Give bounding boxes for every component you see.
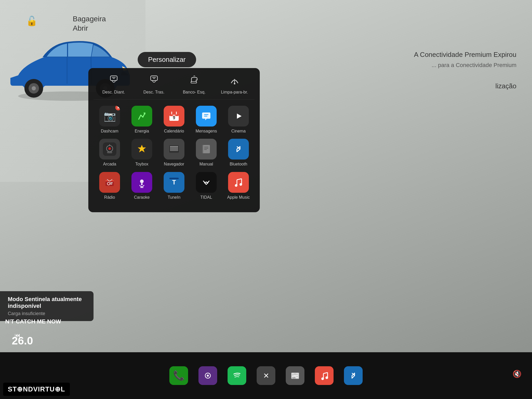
radio-label: Rádio [104, 195, 115, 200]
manual-icon [196, 139, 217, 159]
taskbar-spotify[interactable] [228, 366, 246, 385]
bluetooth-icon [228, 139, 249, 159]
taskbar-camera[interactable] [198, 366, 217, 385]
manual-label: Manual [200, 162, 213, 167]
taskbar-phone[interactable]: 📞 [169, 366, 188, 385]
app-dashcam[interactable]: 📷 ✕ Dashcam [96, 106, 124, 134]
app-calendario[interactable]: ▬ 9 Calendário [160, 106, 188, 134]
cinema-icon [228, 106, 249, 127]
svg-rect-84 [348, 370, 359, 381]
taskbar-news[interactable]: 📰 [286, 366, 304, 385]
radio-icon [99, 172, 120, 193]
svg-rect-66 [169, 178, 179, 179]
calendario-label: Calendário [164, 129, 184, 134]
svg-point-5 [32, 86, 36, 90]
calendario-icon: ▬ 9 [164, 106, 184, 127]
tidal-icon [196, 172, 217, 193]
svg-rect-53 [110, 182, 113, 183]
app-grid-overlay: Desc. Diant. Desc. Tras. Ba [88, 68, 260, 212]
app-navegador[interactable]: Navegador [160, 139, 188, 167]
app-cinema[interactable]: Cinema [224, 106, 252, 134]
dashcam-label: Dashcam [101, 129, 118, 134]
taskbar-close[interactable]: ✕ [257, 366, 275, 385]
limpa-para-br-label: Limpa-para-br. [221, 90, 248, 95]
volume-icon[interactable]: 🔇 [513, 370, 522, 378]
svg-point-59 [140, 179, 144, 183]
connectivity-expired-text: A Conectividade Premium Expirou [414, 51, 516, 59]
climate-controls-row: Desc. Diant. Desc. Tras. Ba [94, 74, 255, 99]
temp-value: 26.0 [12, 335, 33, 347]
navegador-icon [164, 139, 184, 159]
applemusic-icon [228, 172, 249, 193]
bluetooth-label: Bluetooth [230, 162, 247, 167]
desc-diant-icon [108, 74, 119, 88]
localization-label: lização [495, 82, 516, 90]
arcada-icon [99, 139, 120, 159]
applemusic-label: Apple Music [227, 195, 250, 200]
app-energia[interactable]: Energia [128, 106, 156, 134]
app-tunein[interactable]: T TuneIn [160, 172, 188, 200]
app-applemusic[interactable]: Apple Music [224, 172, 252, 200]
app-radio[interactable]: Rádio [96, 172, 124, 200]
app-toybox[interactable]: Toybox [128, 139, 156, 167]
tidal-label: TIDAL [200, 195, 212, 200]
app-row-1: 📷 ✕ Dashcam Energia [94, 106, 255, 134]
app-caraoke[interactable]: Caraoke [128, 172, 156, 200]
app-mensagens[interactable]: Mensagens [192, 106, 220, 134]
caraoke-label: Caraoke [134, 195, 150, 200]
svg-rect-15 [191, 82, 197, 83]
mensagens-label: Mensagens [196, 129, 217, 134]
tunein-icon: T [164, 172, 184, 193]
mensagens-icon [196, 106, 217, 127]
app-bluetooth[interactable]: Bluetooth [224, 139, 252, 167]
personalizar-button[interactable]: Personalizar [138, 52, 196, 67]
caraoke-icon [131, 172, 152, 193]
svg-point-77 [231, 370, 243, 381]
energia-label: Energia [135, 129, 149, 134]
banco-esq-icon [189, 74, 200, 88]
svg-rect-49 [232, 142, 245, 156]
svg-rect-54 [110, 184, 112, 184]
desc-tras-label: Desc. Tras. [143, 90, 164, 95]
desc-diant-label: Desc. Diant. [102, 90, 125, 95]
app-tidal[interactable]: TIDAL [192, 172, 220, 200]
music-station: 1 RFM [5, 325, 94, 330]
tunein-label: TuneIn [168, 195, 180, 200]
app-row-3: Rádio Caraoke T [94, 172, 255, 200]
taskbar: 📞 ✕ 📰 [0, 352, 532, 399]
dashcam-icon: 📷 ✕ [99, 106, 120, 127]
svg-rect-78 [318, 370, 330, 381]
temperature-display: ‹ 26.0 › 🌡 [8, 335, 45, 347]
svg-text:T: T [172, 179, 176, 186]
app-manual[interactable]: Manual [192, 139, 220, 167]
climate-banco-esq[interactable]: Banco- Esq. [179, 74, 210, 95]
climate-limpa-para-br[interactable]: Limpa-para-br. [219, 74, 250, 95]
svg-point-33 [108, 147, 111, 150]
svg-rect-48 [202, 145, 203, 153]
app-arcada[interactable]: Arcada [96, 139, 124, 167]
svg-rect-41 [170, 146, 178, 147]
taskbar-music[interactable] [315, 366, 334, 385]
svg-point-17 [234, 83, 235, 84]
svg-text:9: 9 [173, 116, 175, 120]
cinema-label: Cinema [231, 129, 245, 134]
taskbar-bluetooth[interactable] [344, 366, 363, 385]
app-row-2: Arcada Toybox Nav [94, 139, 255, 167]
bagageira-label: Bagageira Abrir [73, 14, 106, 33]
music-title: N'T CATCH ME NOW [5, 318, 94, 325]
toybox-label: Toybox [135, 162, 149, 167]
svg-rect-42 [169, 152, 179, 153]
svg-rect-44 [203, 145, 210, 153]
sentinel-title: Modo Sentinela atualmente indisponível [8, 296, 86, 309]
temp-decrease-button[interactable]: ‹ [8, 337, 10, 344]
limpa-para-br-icon [229, 74, 240, 88]
climate-desc-tras[interactable]: Desc. Tras. [138, 74, 170, 95]
lock-icon: 🔓 [26, 16, 38, 26]
desc-tras-icon [149, 74, 159, 88]
arcada-label: Arcada [103, 162, 116, 167]
svg-point-76 [207, 375, 209, 377]
climate-desc-diant[interactable]: Desc. Diant. [98, 74, 129, 95]
temp-increase-button[interactable]: › [35, 337, 37, 344]
svg-rect-60 [141, 183, 143, 185]
toybox-icon [131, 139, 152, 159]
